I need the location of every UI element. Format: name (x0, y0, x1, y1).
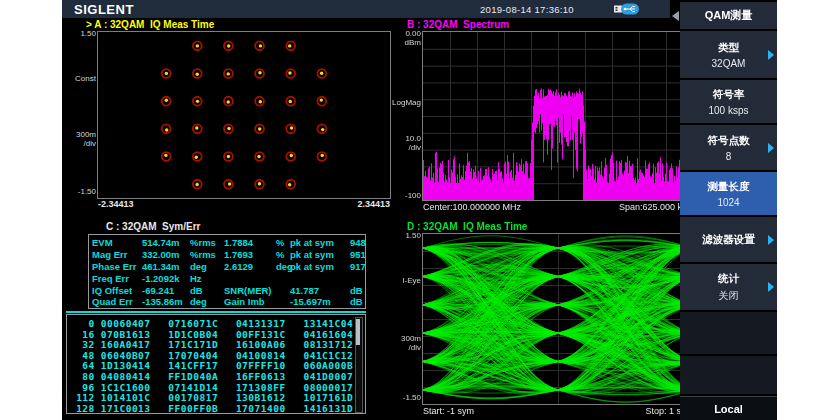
panel-a-title: > A : 32QAM IQ Meas Time (86, 19, 214, 30)
symbol-hex: 1014101C (101, 392, 163, 403)
meas-cell: dB (350, 285, 366, 297)
instrument-screen: SIGLENT 2019-08-14 17:36:10 > A : 32QAM … (62, 0, 777, 420)
meas-row: Quad Err-135.86mdegGain Imb-15.697mdB (92, 296, 365, 308)
meas-cell: % (276, 237, 290, 249)
meas-cell: Phase Err (92, 261, 142, 273)
symbol-hex: 1C1C1600 (101, 382, 163, 393)
menu-item-empty (680, 312, 777, 354)
local-button[interactable]: Local (680, 396, 777, 420)
symbol-hex: 070B1613 (101, 329, 163, 340)
meas-cell: Mag Err (92, 249, 142, 261)
meas-cell: deg (276, 261, 290, 273)
submenu-arrow-icon (768, 282, 774, 292)
axis-label: 300m (387, 334, 421, 343)
axis-label: -1.50 (387, 393, 421, 402)
meas-cell: 514.74m (142, 237, 190, 249)
symbol-row: 32160A0417171C171D16100A0608131712 (67, 339, 365, 350)
meas-cell: 2.6129 (224, 261, 276, 273)
symbol-hex: 16100A06 (236, 339, 298, 350)
meas-cell: IQ Offset (92, 285, 142, 297)
chevron-left-icon[interactable] (672, 11, 679, 21)
meas-cell: 332.00m (142, 249, 190, 261)
menu-item-meas-length[interactable]: 测量长度 1024 (680, 172, 777, 215)
symbol-index: 80 (67, 371, 95, 382)
symbol-row: 8004080414FF1D040A16FF0613041D0007 (67, 371, 365, 382)
usb-icon (614, 3, 640, 15)
axis-label: /div (62, 139, 96, 148)
symbol-row: 961C1C160007141D14171308FF08000017 (67, 382, 365, 393)
symbol-table: 0000604070716071C0413131713141C0416070B1… (66, 314, 366, 414)
submenu-arrow-icon (768, 235, 774, 245)
datetime-label: 2019-08-14 17:36:10 (480, 4, 574, 15)
symbol-hex: 07141D14 (168, 382, 230, 393)
meas-cell: 461.34m (142, 261, 190, 273)
meas-cell: %rms (190, 249, 224, 261)
meas-cell (276, 273, 290, 285)
meas-cell: 41.787 (290, 285, 350, 297)
meas-cell: -69.241 (142, 285, 190, 297)
meas-cell: Quad Err (92, 296, 142, 308)
meas-cell: EVM (92, 237, 142, 249)
meas-cell: Hz (190, 273, 224, 285)
symbol-row: 128171C0013FF00FF0B170714001416131D (67, 403, 365, 414)
spectrum-plot (422, 31, 694, 201)
axis-label: 300m (62, 130, 96, 139)
submenu-arrow-icon (768, 50, 774, 60)
axis-label: -1.50 (62, 187, 96, 196)
meas-row: IQ Offset-69.241dBSNR(MER)41.787dB (92, 285, 365, 297)
menu-item-type[interactable]: 类型 32QAM (680, 31, 777, 78)
symbol-row: 16070B16131D1C0B0400FF131C04161604 (67, 329, 365, 340)
symbol-index: 48 (67, 350, 95, 361)
axis-label: -2.34413 (98, 199, 134, 209)
symbol-hex: 1D130414 (101, 360, 163, 371)
menu-item-symbol-rate[interactable]: 符号率 100 ksps (680, 80, 777, 123)
axis-label: /div (387, 143, 421, 152)
menu-item-statistics[interactable]: 统计 关闭 (680, 264, 777, 310)
symbol-hex: 16FF0613 (236, 371, 298, 382)
meas-cell: pk at sym (290, 261, 350, 273)
menu-title: QAM测量 (680, 2, 777, 29)
symbol-index: 16 (67, 329, 95, 340)
menu-item-points-per-symbol[interactable]: 符号点数 8 (680, 125, 777, 170)
meas-cell: 917 (350, 261, 366, 273)
axis-label: I-Eye (387, 276, 421, 285)
meas-cell: pk at sym (290, 249, 350, 261)
symbol-hex: 141CFF17 (168, 360, 230, 371)
symbol-hex: 06040B07 (101, 350, 163, 361)
symbol-hex: 04100814 (236, 350, 298, 361)
axis-label: 10.0 (387, 134, 421, 143)
meas-cell: dB (350, 296, 366, 308)
axis-label: 0.00 (387, 29, 421, 38)
meas-cell: pk at sym (290, 237, 350, 249)
meas-cell (224, 273, 276, 285)
symbol-row: 1121014101C00170817130B16121017161D (67, 392, 365, 403)
symbol-hex: 00FF131C (236, 329, 298, 340)
symbol-index: 96 (67, 382, 95, 393)
meas-row: EVM514.74m%rms1.7884%pk at sym948 (92, 237, 365, 249)
meas-cell: 1.7884 (224, 237, 276, 249)
symbol-hex: 17070404 (168, 350, 230, 361)
measurement-table: EVM514.74m%rms1.7884%pk at sym948Mag Err… (88, 234, 366, 309)
scrollbar[interactable] (355, 317, 363, 413)
symbol-hex: 160A0417 (101, 339, 163, 350)
scrollbar-thumb[interactable] (356, 319, 360, 345)
axis-label: -100 (387, 191, 421, 200)
constellation-plot (97, 31, 391, 199)
symbol-index: 64 (67, 360, 95, 371)
menu-item-filter-settings[interactable]: 滤波器设置 (680, 217, 777, 262)
axis-label: dBm (387, 38, 421, 47)
symbol-index: 32 (67, 339, 95, 350)
symbol-hex: FF00FF0B (168, 403, 230, 414)
meas-cell: %rms (190, 237, 224, 249)
symbol-index: 128 (67, 403, 95, 414)
start-label: Start: -1 sym (423, 406, 474, 416)
symbol-hex: 17071400 (236, 403, 298, 414)
symbol-hex: 07FFFF10 (236, 360, 298, 371)
meas-cell: 1.7693 (224, 249, 276, 261)
axis-label: 1.50 (62, 29, 96, 38)
meas-cell (350, 273, 365, 285)
meas-cell (276, 296, 290, 308)
softkey-menu: QAM测量 类型 32QAM 符号率 100 ksps 符号点数 8 测量长度 … (680, 0, 777, 420)
axis-label: /div (387, 343, 421, 352)
spectrum-canvas (423, 32, 693, 200)
